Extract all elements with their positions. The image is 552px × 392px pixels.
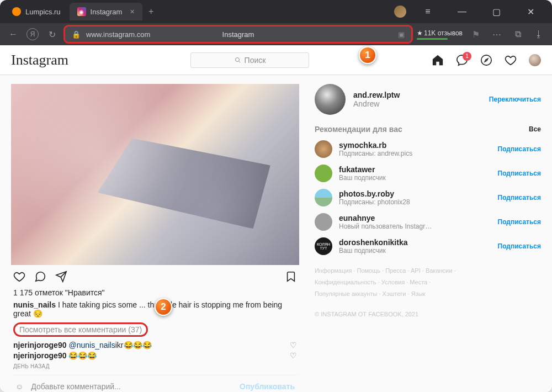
home-icon[interactable] <box>432 54 444 66</box>
follow-button[interactable]: Подписаться <box>498 194 541 202</box>
menu-icon[interactable]: ≡ <box>415 3 440 20</box>
reco-avatar[interactable] <box>315 140 332 158</box>
add-comment-row: ☺ Добавьте комментарий... Опубликовать <box>13 375 297 392</box>
messenger-badge: 1 <box>463 52 471 61</box>
svg-line-1 <box>238 61 240 62</box>
recommendation-item: photos.by.robyПодписаны: photonix28Подпи… <box>315 189 541 206</box>
browser-titlebar: Lumpics.ru ◉ Instagram × + ≡ — ▢ ✕ <box>0 0 552 23</box>
follow-button[interactable]: Подписаться <box>498 242 541 250</box>
more-icon[interactable]: ⋯ <box>489 27 505 42</box>
current-user: and.rew.lptw Andrew Переключиться <box>315 84 541 115</box>
reco-username[interactable]: fukatawer <box>339 165 491 174</box>
reco-avatar[interactable] <box>315 189 332 206</box>
bookmark-icon[interactable]: ⚑ <box>468 27 484 42</box>
search-icon <box>235 57 241 63</box>
share-icon[interactable] <box>55 271 67 283</box>
messenger-icon[interactable]: 1 <box>456 54 468 66</box>
reviews-widget[interactable]: ★11K отзывов <box>417 29 463 40</box>
comment-like-icon[interactable]: ♡ <box>290 341 297 349</box>
instagram-logo[interactable]: Instagram <box>11 52 68 68</box>
tab-favicon: ◉ <box>77 7 86 16</box>
switch-account-button[interactable]: Переключиться <box>489 96 541 103</box>
comment-mention[interactable]: @nunis_nails <box>68 341 115 349</box>
reco-subtitle: Ваш подписчик <box>339 247 491 255</box>
maximize-button[interactable]: ▢ <box>484 3 509 20</box>
browser-addressbar: ← Я ↻ 🔒 www.instagram.com Instagram ▣ ★1… <box>0 23 552 45</box>
recommendation-item: fukatawerВаш подписчикПодписаться <box>315 165 541 182</box>
reco-subtitle: Ваш подписчик <box>339 174 491 182</box>
reco-username[interactable]: photos.by.roby <box>339 189 491 198</box>
tab-lumpics[interactable]: Lumpics.ru <box>4 3 68 20</box>
reco-avatar[interactable]: КОЛЯНТУТ <box>315 237 332 255</box>
reco-avatar[interactable] <box>315 165 332 182</box>
reco-username[interactable]: symochka.rb <box>339 141 491 150</box>
reco-username[interactable]: doroshenkonikitka <box>339 238 491 247</box>
footer-links: Информация · Помощь · Пресса · API · Вак… <box>315 265 541 320</box>
recommendation-item: eunahnyeНовый пользователь Instagr…Подпи… <box>315 213 541 231</box>
footer-copyright: © INSTAGRAM ОТ FACEBOOK, 2021 <box>315 309 541 320</box>
sidebar: and.rew.lptw Andrew Переключиться Рекоме… <box>315 84 541 383</box>
page-title: Instagram <box>222 30 254 39</box>
page-content: Instagram Поиск 1 <box>0 45 552 392</box>
post-actions <box>11 265 299 288</box>
svg-marker-3 <box>485 59 488 62</box>
see-all-button[interactable]: Все <box>529 125 541 133</box>
recommendation-item: КОЛЯНТУТdoroshenkonikitkaВаш подписчикПо… <box>315 237 541 255</box>
yandex-icon[interactable]: Я <box>26 28 39 40</box>
post-image[interactable] <box>11 84 299 265</box>
feed: 1 175 отметок "Нравится" nunis_nails I h… <box>11 84 299 383</box>
caption-username[interactable]: nunis_nails <box>13 300 56 309</box>
publish-button[interactable]: Опубликовать <box>240 382 295 391</box>
tab-instagram[interactable]: ◉ Instagram × <box>70 3 142 20</box>
tab-label: Lumpics.ru <box>25 8 61 16</box>
comment-row: njerinjoroge90 😂😂😂 ♡ <box>13 351 297 360</box>
instagram-topbar: Instagram Поиск 1 <box>0 45 552 75</box>
close-icon[interactable]: × <box>130 7 134 16</box>
search-input[interactable]: Поиск <box>190 52 309 68</box>
browser-profile-avatar[interactable] <box>394 6 406 18</box>
comment-icon[interactable]: ▣ <box>398 30 405 39</box>
likes-count[interactable]: 1 175 отметок "Нравится" <box>13 288 297 297</box>
reload-button[interactable]: ↻ <box>44 27 60 42</box>
recommendation-item: symochka.rbПодписаны: andrew.picsПодписа… <box>315 140 541 158</box>
comment-username[interactable]: njerinjoroge90 <box>13 341 66 349</box>
follow-button[interactable]: Подписаться <box>498 145 541 153</box>
activity-icon[interactable] <box>505 54 517 66</box>
profile-avatar[interactable] <box>529 54 541 66</box>
new-tab-button[interactable]: + <box>144 4 159 19</box>
view-all-comments[interactable]: Посмотреть все комментарии (37) <box>13 322 148 337</box>
reco-subtitle: Подписаны: photonix28 <box>339 198 491 206</box>
save-icon[interactable] <box>285 271 297 283</box>
comment-text: ikr😂😂😂 <box>115 341 152 349</box>
follow-button[interactable]: Подписаться <box>498 169 541 177</box>
like-icon[interactable] <box>13 271 25 283</box>
explore-icon[interactable] <box>480 54 492 66</box>
comment-icon[interactable] <box>34 271 46 283</box>
comment-input[interactable]: Добавьте комментарий... <box>31 382 232 391</box>
username[interactable]: and.rew.lptw <box>353 91 400 99</box>
reco-username[interactable]: eunahnye <box>339 214 491 223</box>
reco-subtitle: Подписаны: andrew.pics <box>339 150 491 157</box>
minimize-button[interactable]: — <box>449 3 475 20</box>
comment-like-icon[interactable]: ♡ <box>290 351 297 360</box>
tab-label: Instagram <box>91 8 123 16</box>
emoji-icon[interactable]: ☺ <box>15 382 23 391</box>
annotation-callout-2: 2 <box>155 298 172 316</box>
close-button[interactable]: ✕ <box>518 3 543 20</box>
svg-point-0 <box>235 57 239 61</box>
extensions-icon[interactable]: ⧉ <box>510 27 526 42</box>
back-button[interactable]: ← <box>6 27 21 42</box>
comment-username[interactable]: njerinjoroge90 <box>13 351 66 360</box>
downloads-icon[interactable]: ⭳ <box>531 27 546 42</box>
url-field[interactable]: 🔒 www.instagram.com Instagram ▣ <box>65 27 411 42</box>
reco-avatar[interactable] <box>315 213 332 231</box>
user-avatar[interactable] <box>315 84 346 115</box>
comment-text: 😂😂😂 <box>68 351 97 360</box>
recommendations-header: Рекомендации для вас Все <box>315 125 541 134</box>
url-text: www.instagram.com <box>86 30 150 39</box>
reco-subtitle: Новый пользователь Instagr… <box>339 223 491 230</box>
tab-favicon <box>12 7 21 16</box>
post-timestamp: ДЕНЬ НАЗАД <box>13 363 297 369</box>
svg-point-2 <box>481 55 491 65</box>
follow-button[interactable]: Подписаться <box>498 218 541 226</box>
